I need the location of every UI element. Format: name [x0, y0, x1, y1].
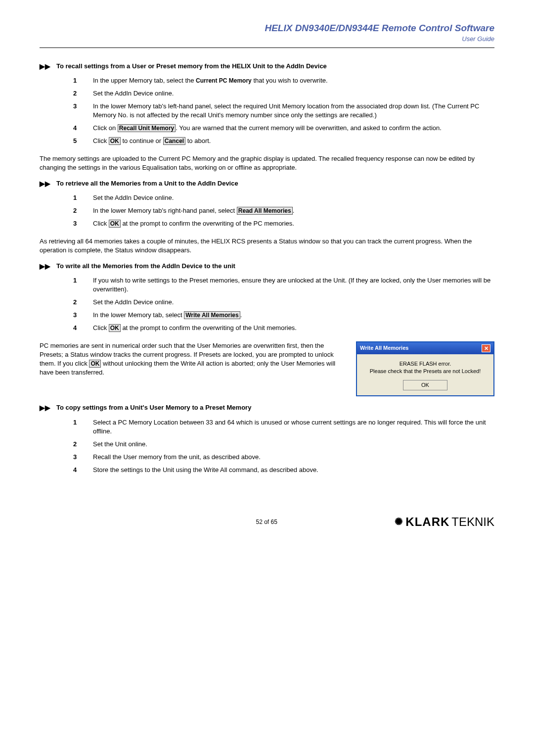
step-text: Store the settings to the Unit using the…	[93, 466, 494, 474]
section-body: The memory settings are uploaded to the …	[40, 154, 494, 172]
read-all-memories-button[interactable]: Read All Memories	[237, 207, 293, 215]
section-body: PC memories are sent in numerical order …	[40, 341, 346, 377]
step-text: Click OK at the prompt to confirm the ov…	[93, 324, 494, 332]
section-write-all: ▶▶ To write all the Memories from the Ad…	[40, 262, 494, 332]
arrow-icon: ▶▶	[40, 403, 56, 413]
step-number: 3	[73, 453, 93, 462]
page-footer: 52 of 65 ✺ KLARKTEKNIK	[40, 514, 494, 530]
step-number: 2	[73, 298, 93, 307]
step-text: Click OK at the prompt to confirm the ov…	[93, 219, 494, 228]
doc-title: HELIX DN9340E/DN9344E Remote Control Sof…	[40, 22, 494, 35]
section-title: To write all the Memories from the AddIn…	[56, 262, 494, 271]
step-text: Set the AddIn Device online.	[93, 193, 494, 202]
step-number: 1	[73, 418, 93, 427]
cancel-button[interactable]: Cancel	[163, 137, 185, 145]
ok-button[interactable]: OK	[109, 220, 121, 228]
arrow-icon: ▶▶	[40, 179, 56, 189]
doc-subtitle: User Guide	[40, 35, 494, 44]
step-number: 1	[73, 276, 93, 285]
step-number: 2	[73, 206, 93, 215]
step-text: Set the AddIn Device online.	[93, 298, 494, 307]
dialog-title: Write All Memories	[360, 344, 408, 352]
page-header: HELIX DN9340E/DN9344E Remote Control Sof…	[40, 22, 494, 44]
dialog-ok-button[interactable]: OK	[403, 380, 447, 390]
step-text: Click on Recall Unit Memory. You are war…	[93, 124, 494, 133]
step-number: 4	[73, 124, 93, 133]
ok-button[interactable]: OK	[89, 360, 101, 368]
step-number: 1	[73, 76, 93, 85]
step-number: 3	[73, 219, 93, 228]
arrow-icon: ▶▶	[40, 262, 56, 271]
step-number: 2	[73, 440, 93, 449]
step-text: Click OK to continue or Cancel to abort.	[93, 137, 494, 145]
step-text: Recall the User memory from the unit, as…	[93, 453, 494, 462]
step-number: 3	[73, 311, 93, 320]
recall-unit-memory-button[interactable]: Recall Unit Memory	[118, 124, 176, 132]
dialog-message-line2: Please check that the Presets are not Lo…	[362, 368, 489, 375]
dialog-message-line1: ERASE FLASH error.	[362, 360, 489, 368]
current-pc-memory-label: Current PC Memory	[196, 77, 252, 84]
step-number: 2	[73, 89, 93, 98]
write-all-memories-dialog: Write All Memories ✕ ERASE FLASH error. …	[356, 341, 494, 397]
step-text: Set the AddIn Device online.	[93, 89, 494, 98]
step-number: 1	[73, 193, 93, 202]
step-text: In the upper Memory tab, select the Curr…	[93, 76, 494, 85]
step-number: 3	[73, 102, 93, 111]
step-text: Select a PC Memory Location between 33 a…	[93, 418, 494, 436]
step-text: In the lower Memory tab's right-hand pan…	[93, 206, 494, 215]
step-text: In the lower Memory tab's left-hand pane…	[93, 102, 494, 120]
ok-button[interactable]: OK	[109, 324, 121, 332]
section-retrieve-all: ▶▶ To retrieve all the Memories from a U…	[40, 179, 494, 228]
section-recall-settings: ▶▶ To recall settings from a User or Pre…	[40, 62, 494, 145]
section-title: To recall settings from a User or Preset…	[56, 62, 494, 71]
step-text: Set the Unit online.	[93, 440, 494, 449]
brand-logo: ✺ KLARKTEKNIK	[395, 514, 494, 530]
write-all-memories-button[interactable]: Write All Memories	[184, 311, 240, 319]
ok-button[interactable]: OK	[109, 137, 121, 145]
section-copy-settings: ▶▶ To copy settings from a Unit's User M…	[40, 403, 494, 474]
step-number: 4	[73, 324, 93, 332]
globe-icon: ✺	[395, 515, 403, 529]
step-text: In the lower Memory tab, select Write Al…	[93, 311, 494, 320]
step-text: If you wish to write settings to the Pre…	[93, 276, 494, 294]
arrow-icon: ▶▶	[40, 62, 56, 71]
section-title: To retrieve all the Memories from a Unit…	[56, 179, 494, 188]
page-number: 52 of 65	[138, 518, 395, 526]
section-body: As retrieving all 64 memories takes a co…	[40, 237, 494, 255]
close-icon[interactable]: ✕	[482, 344, 490, 352]
section-title: To copy settings from a Unit's User Memo…	[56, 403, 494, 412]
step-number: 4	[73, 466, 93, 474]
header-divider	[40, 47, 494, 48]
step-number: 5	[73, 137, 93, 145]
